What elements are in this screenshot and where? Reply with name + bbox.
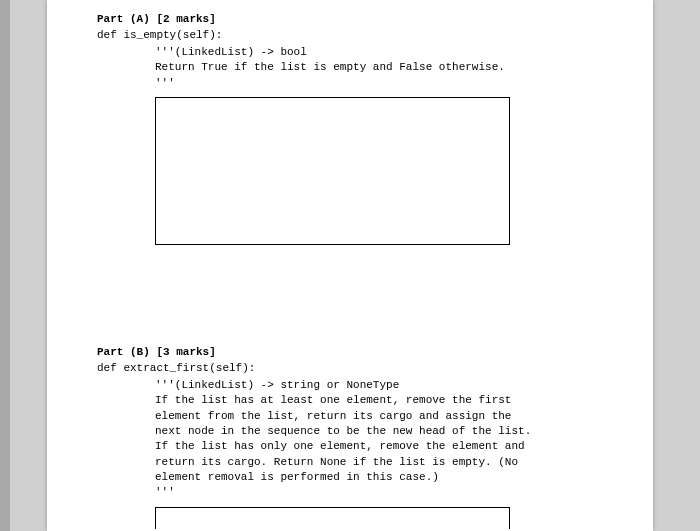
docstring-line: element from the list, return its cargo …: [155, 409, 593, 424]
part-b-def: def extract_first(self):: [97, 361, 593, 376]
part-b-section: Part (B) [3 marks] def extract_first(sel…: [97, 345, 593, 529]
docstring-line: '''(LinkedList) -> string or NoneType: [155, 378, 593, 393]
part-a-docstring: '''(LinkedList) -> bool Return True if t…: [97, 45, 593, 91]
docstring-line: '''(LinkedList) -> bool: [155, 45, 593, 60]
docstring-line: ''': [155, 485, 593, 500]
docstring-line: Return True if the list is empty and Fal…: [155, 60, 593, 75]
docstring-line: next node in the sequence to be the new …: [155, 424, 593, 439]
document-page: Part (A) [2 marks] def is_empty(self): '…: [47, 0, 653, 531]
scrollbar-left[interactable]: [0, 0, 10, 531]
part-a-answer-box[interactable]: [155, 97, 510, 245]
part-b-answer-box[interactable]: [155, 507, 510, 529]
docstring-line: return its cargo. Return None if the lis…: [155, 455, 593, 470]
part-a-section: Part (A) [2 marks] def is_empty(self): '…: [97, 12, 593, 245]
part-b-header: Part (B) [3 marks]: [97, 345, 593, 360]
part-b-docstring: '''(LinkedList) -> string or NoneType If…: [97, 378, 593, 501]
docstring-line: element removal is performed in this cas…: [155, 470, 593, 485]
part-a-header: Part (A) [2 marks]: [97, 12, 593, 27]
part-a-def: def is_empty(self):: [97, 28, 593, 43]
docstring-line: If the list has only one element, remove…: [155, 439, 593, 454]
docstring-line: ''': [155, 76, 593, 91]
docstring-line: If the list has at least one element, re…: [155, 393, 593, 408]
section-gap: [97, 275, 593, 345]
